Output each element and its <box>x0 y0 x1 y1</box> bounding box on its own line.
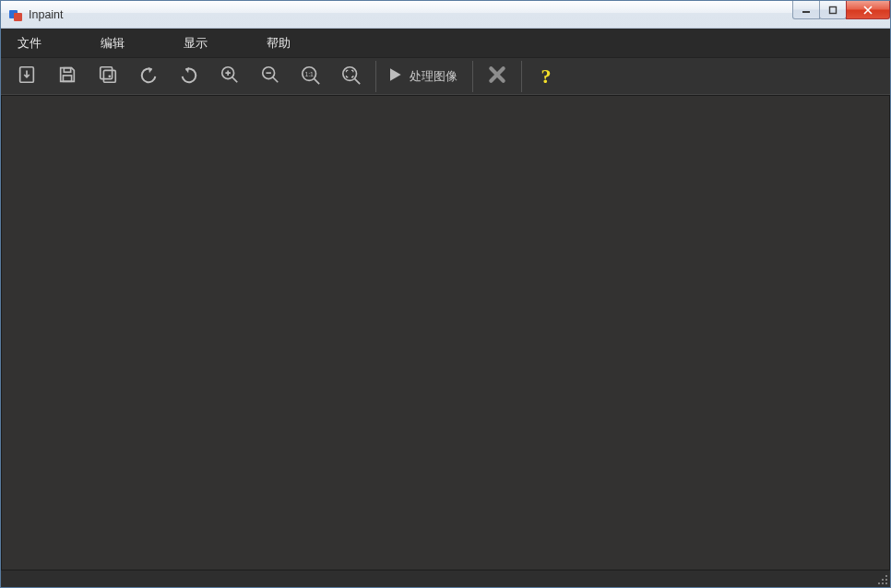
toolbar: 1:1 处理图像 ? <box>1 58 890 95</box>
open-file-icon <box>17 65 37 88</box>
window-title: Inpaint <box>29 8 64 21</box>
help-button[interactable]: ? <box>526 59 566 94</box>
toolbar-separator <box>472 61 473 92</box>
svg-point-20 <box>885 582 887 584</box>
cancel-button[interactable] <box>477 59 517 94</box>
zoom-actual-icon: 1:1 <box>300 65 322 88</box>
help-icon: ? <box>541 65 552 88</box>
titlebar: Inpaint <box>1 1 890 29</box>
canvas-area[interactable] <box>1 95 890 570</box>
svg-rect-3 <box>830 6 837 13</box>
zoom-in-button[interactable] <box>209 59 250 94</box>
menu-view[interactable]: 显示 <box>174 29 217 57</box>
svg-text:1:1: 1:1 <box>304 70 314 76</box>
play-icon <box>386 65 404 87</box>
cancel-icon <box>488 65 506 88</box>
svg-rect-2 <box>802 11 810 13</box>
svg-rect-5 <box>63 75 71 80</box>
process-label: 处理图像 <box>410 68 457 85</box>
svg-point-16 <box>882 579 884 581</box>
batch-button[interactable] <box>88 59 128 94</box>
close-button[interactable] <box>846 1 890 19</box>
svg-point-17 <box>885 579 887 581</box>
toolbar-separator <box>375 61 376 92</box>
svg-point-18 <box>878 582 880 584</box>
undo-icon <box>138 65 159 88</box>
save-button[interactable] <box>47 59 88 94</box>
open-button[interactable] <box>6 59 47 94</box>
svg-rect-1 <box>14 13 22 21</box>
zoom-fit-icon <box>340 65 362 88</box>
window-controls <box>793 1 890 19</box>
svg-point-19 <box>882 582 884 584</box>
undo-button[interactable] <box>128 59 169 94</box>
batch-icon <box>98 65 118 88</box>
toolbar-separator <box>521 61 522 92</box>
zoom-actual-button[interactable]: 1:1 <box>291 59 331 94</box>
maximize-button[interactable] <box>819 1 847 19</box>
menu-edit[interactable]: 编辑 <box>91 29 134 57</box>
menubar: 文件 编辑 显示 帮助 <box>1 29 890 58</box>
zoom-out-icon <box>260 65 280 88</box>
menu-file[interactable]: 文件 <box>8 29 51 57</box>
svg-rect-6 <box>64 67 70 72</box>
zoom-fit-button[interactable] <box>331 59 372 94</box>
minimize-button[interactable] <box>792 1 820 19</box>
process-button[interactable]: 处理图像 <box>380 59 469 94</box>
svg-point-15 <box>885 575 887 577</box>
zoom-out-button[interactable] <box>250 59 291 94</box>
zoom-in-icon <box>220 65 240 88</box>
statusbar <box>1 570 890 587</box>
menu-help[interactable]: 帮助 <box>257 29 300 57</box>
resize-grip[interactable] <box>875 572 888 585</box>
svg-point-9 <box>108 75 111 77</box>
redo-button[interactable] <box>169 59 209 94</box>
svg-point-14 <box>343 66 357 80</box>
save-icon <box>57 65 77 88</box>
redo-icon <box>179 65 199 88</box>
app-window: Inpaint 文件 编辑 显示 帮助 <box>0 0 891 588</box>
app-icon <box>8 7 23 22</box>
